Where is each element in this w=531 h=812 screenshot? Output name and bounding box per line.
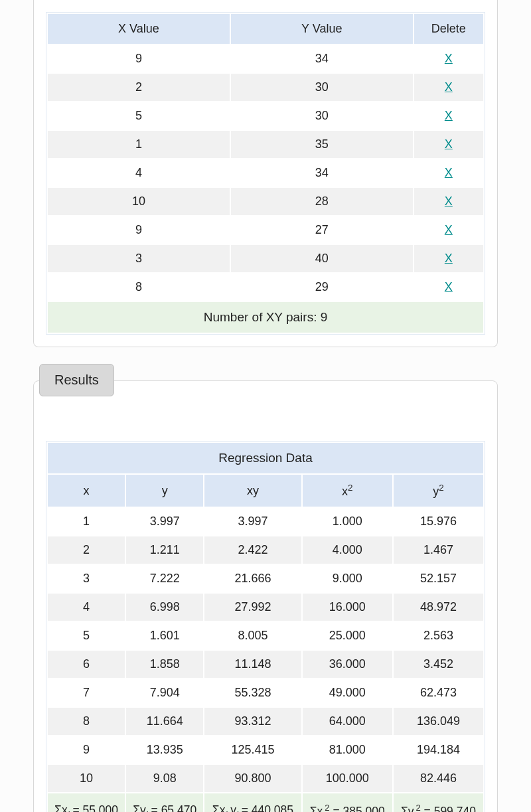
sum-y2: Σyi2 = 599.740 xyxy=(394,793,483,812)
reg-cell-x: 8 xyxy=(48,708,125,735)
xy-row: 829X xyxy=(48,274,483,301)
reg-cell-x: 4 xyxy=(48,594,125,621)
xy-cell-x: 8 xyxy=(48,274,230,301)
reg-cell-y: 1.858 xyxy=(126,651,203,678)
reg-row: 811.66493.31264.000136.049 xyxy=(48,708,483,735)
xy-cell-x: 2 xyxy=(48,74,230,101)
reg-cell-x2: 9.000 xyxy=(303,565,392,592)
xy-cell-x: 9 xyxy=(48,45,230,72)
xy-row: 135X xyxy=(48,131,483,158)
reg-row: 61.85811.14836.0003.452 xyxy=(48,651,483,678)
xy-cell-y: 30 xyxy=(231,74,413,101)
xy-cell-x: 9 xyxy=(48,216,230,244)
xy-cell-delete: X xyxy=(414,216,483,244)
xy-cell-y: 35 xyxy=(231,131,413,158)
xy-header-y: Y Value xyxy=(231,14,413,44)
xy-cell-y: 29 xyxy=(231,274,413,301)
delete-row-link[interactable]: X xyxy=(445,137,453,151)
xy-cell-delete: X xyxy=(414,159,483,187)
xy-data-card: X Value Y Value Delete 934X230X530X135X4… xyxy=(33,0,498,347)
reg-cell-y: 7.222 xyxy=(126,565,203,592)
xy-cell-delete: X xyxy=(414,131,483,158)
reg-cell-y2: 136.049 xyxy=(394,708,483,735)
reg-header-y2: y2 xyxy=(394,475,483,507)
reg-cell-xy: 93.312 xyxy=(204,708,301,735)
reg-cell-x2: 100.000 xyxy=(303,765,392,792)
xy-row: 434X xyxy=(48,159,483,187)
xy-cell-y: 27 xyxy=(231,216,413,244)
reg-row: 46.99827.99216.00048.972 xyxy=(48,594,483,621)
delete-row-link[interactable]: X xyxy=(445,80,453,94)
reg-cell-y2: 62.473 xyxy=(394,679,483,706)
reg-header-x: x xyxy=(48,475,125,507)
xy-row: 934X xyxy=(48,45,483,72)
reg-cell-y: 7.904 xyxy=(126,679,203,706)
reg-cell-x: 3 xyxy=(48,565,125,592)
delete-row-link[interactable]: X xyxy=(445,195,453,208)
reg-cell-xy: 21.666 xyxy=(204,565,301,592)
reg-row: 109.0890.800100.00082.446 xyxy=(48,765,483,792)
delete-row-link[interactable]: X xyxy=(445,280,453,293)
delete-row-link[interactable]: X xyxy=(445,166,453,179)
xy-cell-x: 5 xyxy=(48,102,230,129)
xy-cell-delete: X xyxy=(414,188,483,215)
xy-cell-y: 40 xyxy=(231,245,413,272)
reg-row: 21.2112.4224.0001.467 xyxy=(48,536,483,564)
sum-y: Σyi = 65.470 xyxy=(126,793,203,812)
reg-cell-xy: 11.148 xyxy=(204,651,301,678)
xy-header-x: X Value xyxy=(48,14,230,44)
reg-cell-x2: 1.000 xyxy=(303,508,392,535)
delete-row-link[interactable]: X xyxy=(445,109,453,122)
reg-cell-y: 1.211 xyxy=(126,536,203,564)
reg-cell-x2: 64.000 xyxy=(303,708,392,735)
reg-row: 51.6018.00525.0002.563 xyxy=(48,622,483,649)
reg-row: 37.22221.6669.00052.157 xyxy=(48,565,483,592)
xy-row: 927X xyxy=(48,216,483,244)
sum-x2: Σxi2 = 385.000 xyxy=(303,793,392,812)
regression-title: Regression Data xyxy=(48,443,483,473)
xy-row: 340X xyxy=(48,245,483,272)
reg-cell-x2: 16.000 xyxy=(303,594,392,621)
reg-cell-x2: 81.000 xyxy=(303,736,392,764)
reg-cell-y2: 1.467 xyxy=(394,536,483,564)
reg-cell-x2: 36.000 xyxy=(303,651,392,678)
reg-cell-x: 6 xyxy=(48,651,125,678)
reg-header-y: y xyxy=(126,475,203,507)
sum-xy: Σxi yi = 440.085 xyxy=(204,793,301,812)
delete-row-link[interactable]: X xyxy=(445,52,453,65)
reg-header-xy: xy xyxy=(204,475,301,507)
xy-cell-y: 34 xyxy=(231,159,413,187)
reg-header-x2: x2 xyxy=(303,475,392,507)
xy-pair-count: Number of XY pairs: 9 xyxy=(48,302,483,333)
xy-cell-x: 3 xyxy=(48,245,230,272)
reg-cell-xy: 8.005 xyxy=(204,622,301,649)
reg-cell-xy: 2.422 xyxy=(204,536,301,564)
reg-cell-y: 11.664 xyxy=(126,708,203,735)
reg-cell-xy: 3.997 xyxy=(204,508,301,535)
reg-cell-x2: 4.000 xyxy=(303,536,392,564)
reg-cell-y: 9.08 xyxy=(126,765,203,792)
xy-row: 1028X xyxy=(48,188,483,215)
reg-cell-y2: 15.976 xyxy=(394,508,483,535)
reg-row: 77.90455.32849.00062.473 xyxy=(48,679,483,706)
xy-header-delete: Delete xyxy=(414,14,483,44)
xy-cell-y: 34 xyxy=(231,45,413,72)
reg-cell-y2: 52.157 xyxy=(394,565,483,592)
xy-row: 230X xyxy=(48,74,483,101)
reg-cell-y2: 3.452 xyxy=(394,651,483,678)
xy-cell-x: 10 xyxy=(48,188,230,215)
xy-cell-x: 4 xyxy=(48,159,230,187)
results-tab[interactable]: Results xyxy=(39,364,114,396)
xy-cell-delete: X xyxy=(414,45,483,72)
xy-cell-y: 30 xyxy=(231,102,413,129)
reg-cell-x2: 49.000 xyxy=(303,679,392,706)
reg-cell-x: 10 xyxy=(48,765,125,792)
results-card: Results Regression Data x y xy x2 y2 13.… xyxy=(33,380,498,812)
reg-cell-y: 1.601 xyxy=(126,622,203,649)
delete-row-link[interactable]: X xyxy=(445,252,453,265)
delete-row-link[interactable]: X xyxy=(445,223,453,236)
reg-cell-x: 1 xyxy=(48,508,125,535)
reg-cell-y2: 2.563 xyxy=(394,622,483,649)
reg-cell-y2: 194.184 xyxy=(394,736,483,764)
reg-row: 13.9973.9971.00015.976 xyxy=(48,508,483,535)
